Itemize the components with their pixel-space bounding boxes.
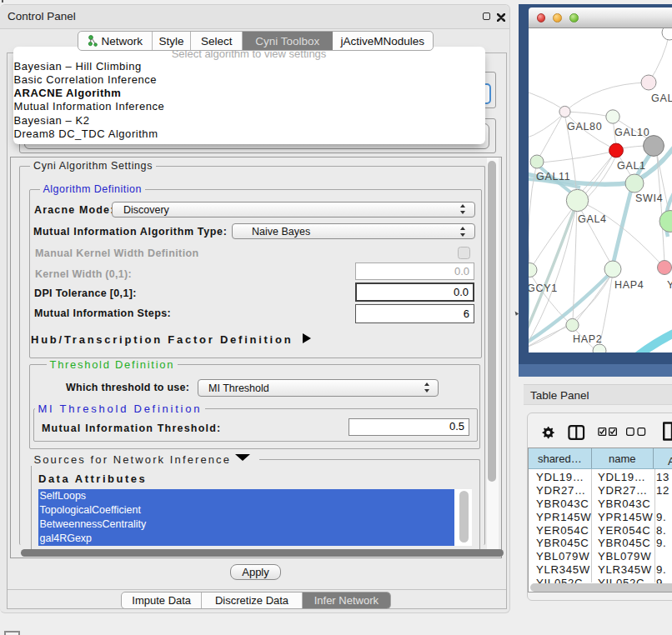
svg-text:GAL10: GAL10 bbox=[614, 127, 649, 138]
svg-text:GAL11: GAL11 bbox=[536, 171, 571, 182]
svg-text:HAP4: HAP4 bbox=[614, 279, 644, 291]
svg-text:GAL1: GAL1 bbox=[617, 160, 646, 172]
svg-text:GAL80: GAL80 bbox=[567, 121, 602, 132]
svg-text:GCY1: GCY1 bbox=[529, 282, 558, 294]
svg-text:GAL7: GAL7 bbox=[651, 92, 672, 104]
svg-text:SWI4: SWI4 bbox=[635, 192, 663, 204]
svg-text:GAL4: GAL4 bbox=[578, 213, 607, 225]
svg-text:Y: Y bbox=[667, 279, 672, 291]
svg-text:HAP2: HAP2 bbox=[573, 333, 602, 345]
